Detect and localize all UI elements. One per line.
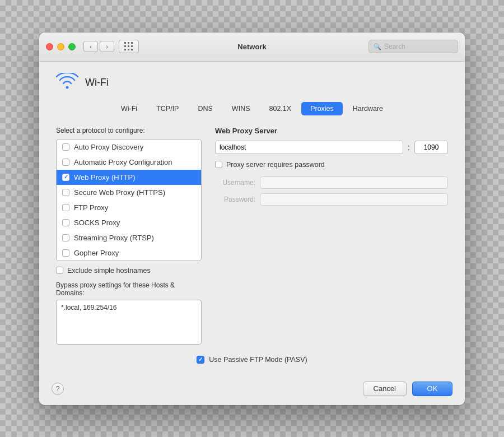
main-window: ‹ › Network 🔍 Search — [39, 32, 465, 405]
forward-button[interactable]: › — [100, 41, 114, 52]
tab-wins[interactable]: WINS — [223, 102, 259, 115]
search-icon: 🔍 — [374, 43, 381, 50]
tab-tcpip[interactable]: TCP/IP — [147, 102, 188, 115]
left-panel: Select a protocol to configure: Auto Pro… — [56, 127, 202, 347]
tab-dns[interactable]: DNS — [189, 102, 221, 115]
bottom-bar: ✓ Use Passive FTP Mode (PASV) — [56, 356, 448, 364]
server-row: : — [215, 141, 448, 154]
checkbox-ftp-proxy[interactable] — [62, 204, 69, 211]
protocol-item-ftp-proxy[interactable]: FTP Proxy — [57, 200, 201, 215]
protocol-item-socks-proxy[interactable]: SOCKS Proxy — [57, 215, 201, 230]
nav-buttons: ‹ › — [83, 41, 114, 52]
checkbox-requires-password[interactable] — [215, 161, 222, 168]
username-input[interactable] — [260, 176, 448, 189]
cancel-button[interactable]: Cancel — [363, 382, 407, 396]
apps-grid-icon — [124, 42, 133, 51]
colon-separator: : — [408, 143, 410, 152]
protocol-item-secure-web-proxy[interactable]: Secure Web Proxy (HTTPS) — [57, 185, 201, 200]
tab-wifi[interactable]: Wi-Fi — [112, 102, 146, 115]
protocol-item-gopher-proxy[interactable]: Gopher Proxy — [57, 245, 201, 261]
protocol-label-streaming-proxy: Streaming Proxy (RTSP) — [74, 234, 154, 242]
checkbox-socks-proxy[interactable] — [62, 219, 69, 226]
exclude-row: Exclude simple hostnames — [56, 267, 202, 275]
protocol-list: Auto Proxy Discovery Automatic Proxy Con… — [56, 139, 202, 261]
ok-button[interactable]: OK — [412, 382, 452, 396]
help-icon: ? — [56, 385, 60, 393]
username-row: Username: — [215, 176, 448, 189]
checkbox-exclude-hostnames[interactable] — [56, 267, 63, 274]
svg-point-0 — [66, 86, 69, 89]
checkbox-gopher-proxy[interactable] — [62, 249, 69, 257]
protocol-label-auto-proxy-discovery: Auto Proxy Discovery — [74, 143, 143, 151]
checkmark-passive-ftp: ✓ — [198, 356, 203, 362]
checkmark-web-proxy-http: ✓ — [64, 174, 68, 180]
minimize-button[interactable] — [57, 43, 64, 50]
content-area: Wi-Fi Wi-Fi TCP/IP DNS WINS 802.1X Proxi… — [39, 62, 465, 375]
tab-hardware[interactable]: Hardware — [344, 102, 392, 115]
checkbox-web-proxy-http[interactable]: ✓ — [62, 174, 69, 181]
protocol-label-socks-proxy: SOCKS Proxy — [74, 218, 120, 227]
footer-buttons: Cancel OK — [363, 382, 452, 396]
protocol-label: Select a protocol to configure: — [56, 127, 202, 134]
wifi-header: Wi-Fi — [56, 73, 448, 93]
server-input[interactable] — [215, 141, 403, 154]
password-input[interactable] — [260, 193, 448, 206]
apps-button[interactable] — [119, 40, 139, 53]
titlebar: ‹ › Network 🔍 Search — [39, 32, 465, 62]
search-placeholder: Search — [384, 43, 405, 50]
passive-ftp-label: Use Passive FTP Mode (PASV) — [209, 356, 307, 364]
protocol-label-gopher-proxy: Gopher Proxy — [74, 249, 119, 257]
footer: ? Cancel OK — [39, 375, 465, 405]
checkbox-streaming-proxy[interactable] — [62, 234, 69, 241]
proxy-server-label: Web Proxy Server — [215, 127, 448, 135]
checkbox-auto-proxy-config[interactable] — [62, 159, 69, 166]
port-input[interactable] — [414, 141, 448, 154]
password-label: Password: — [215, 196, 255, 203]
right-panel: Web Proxy Server : Proxy server requires… — [215, 127, 448, 347]
bypass-textarea[interactable]: *.local, 169.254/16 — [56, 300, 202, 345]
search-box[interactable]: 🔍 Search — [368, 40, 458, 53]
protocol-item-web-proxy-http[interactable]: ✓ Web Proxy (HTTP) — [57, 170, 201, 185]
checkbox-secure-web-proxy[interactable] — [62, 189, 69, 196]
password-row-field: Password: — [215, 193, 448, 206]
protocol-item-auto-proxy-config[interactable]: Automatic Proxy Configuration — [57, 155, 201, 170]
help-button[interactable]: ? — [52, 383, 64, 395]
window-title: Network — [237, 43, 266, 51]
tab-proxies[interactable]: Proxies — [301, 102, 343, 115]
wifi-icon — [56, 73, 78, 93]
tab-8021x[interactable]: 802.1X — [260, 102, 301, 115]
protocol-item-streaming-proxy[interactable]: Streaming Proxy (RTSP) — [57, 230, 201, 245]
exclude-label: Exclude simple hostnames — [67, 267, 151, 275]
passive-ftp-row: ✓ Use Passive FTP Mode (PASV) — [197, 356, 307, 364]
protocol-label-secure-web-proxy: Secure Web Proxy (HTTPS) — [74, 188, 165, 197]
protocol-label-web-proxy-http: Web Proxy (HTTP) — [74, 173, 136, 182]
tabs-bar: Wi-Fi TCP/IP DNS WINS 802.1X Proxies Har… — [56, 102, 448, 115]
bypass-section: Bypass proxy settings for these Hosts & … — [56, 281, 202, 347]
protocol-label-auto-proxy-config: Automatic Proxy Configuration — [74, 158, 172, 166]
main-content: Select a protocol to configure: Auto Pro… — [56, 127, 448, 347]
wifi-title: Wi-Fi — [85, 77, 109, 89]
bypass-label: Bypass proxy settings for these Hosts & … — [56, 281, 202, 297]
protocol-item-auto-proxy-discovery[interactable]: Auto Proxy Discovery — [57, 140, 201, 155]
username-label: Username: — [215, 179, 255, 187]
protocol-label-ftp-proxy: FTP Proxy — [74, 203, 108, 212]
maximize-button[interactable] — [68, 43, 76, 50]
password-row: Proxy server requires password — [215, 161, 448, 169]
traffic-lights — [46, 43, 76, 50]
close-button[interactable] — [46, 43, 53, 50]
password-checkbox-label: Proxy server requires password — [226, 161, 325, 169]
checkbox-passive-ftp[interactable]: ✓ — [197, 356, 204, 364]
checkbox-auto-proxy-discovery[interactable] — [62, 143, 69, 151]
back-button[interactable]: ‹ — [83, 41, 98, 52]
